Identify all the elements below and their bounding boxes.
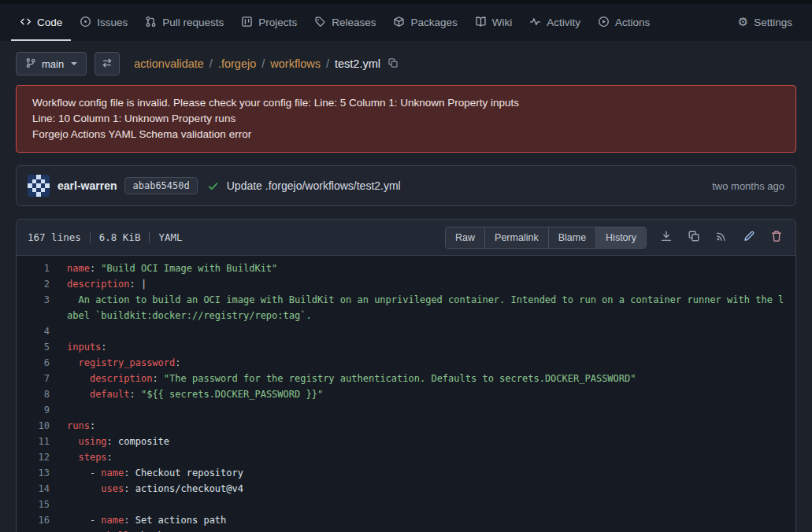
- file-actions: Raw Permalink Blame History: [445, 227, 784, 249]
- file-size: 6.8 KiB: [99, 231, 141, 243]
- line-number[interactable]: 13: [17, 465, 50, 481]
- breadcrumb-repo-link[interactable]: actionvalidate: [134, 57, 204, 70]
- history-button[interactable]: History: [595, 227, 646, 248]
- line-number[interactable]: 3: [17, 292, 50, 323]
- gear-icon: ⚙: [738, 17, 748, 28]
- code-line-content: registry_password:: [50, 355, 795, 371]
- line-number[interactable]: 10: [17, 418, 50, 434]
- tab-activity[interactable]: Activity: [521, 4, 589, 41]
- tab-actions[interactable]: Actions: [589, 4, 658, 41]
- tab-releases[interactable]: Releases: [306, 4, 384, 41]
- code-view: 1name: "Build OCI Image with BuildKit"2d…: [17, 256, 795, 532]
- code-line: 9: [17, 402, 795, 418]
- breadcrumb-dir-link[interactable]: workflows: [270, 57, 321, 70]
- rss-icon: [715, 230, 728, 245]
- code-line: 10runs:: [17, 418, 795, 434]
- tab-label: Issues: [97, 17, 128, 28]
- tab-label: Code: [37, 17, 62, 28]
- edit-file-button[interactable]: [741, 228, 757, 246]
- tab-packages[interactable]: Packages: [384, 4, 465, 41]
- code-line-content: name: "Build OCI Image with BuildKit": [50, 260, 795, 276]
- code-line: 8 default: "${{ secrets.DOCKER_PASSWORD …: [17, 386, 795, 402]
- code-line-content: [50, 323, 795, 339]
- download-icon: [660, 230, 673, 245]
- rss-feed-button[interactable]: [714, 228, 729, 246]
- play-circle-icon: [598, 16, 610, 30]
- file-view-switcher: Raw Permalink Blame History: [445, 227, 647, 249]
- raw-button[interactable]: Raw: [446, 227, 484, 248]
- code-line-content: default: "${{ secrets.DOCKER_PASSWORD }}…: [50, 386, 795, 402]
- copy-content-button[interactable]: [686, 228, 702, 246]
- line-number[interactable]: 16: [17, 512, 50, 528]
- copy-icon: [688, 230, 700, 245]
- chevron-down-icon: [71, 62, 77, 65]
- file-toolbar: main actionvalidate / .forgejo / workflo…: [16, 52, 796, 76]
- code-line: 7 description: "The password for the reg…: [17, 371, 795, 386]
- line-number[interactable]: 1: [17, 260, 50, 276]
- pull-request-icon: [145, 16, 157, 30]
- line-number[interactable]: 4: [17, 323, 50, 339]
- nav-spacer: [658, 4, 729, 41]
- branch-selector[interactable]: main: [16, 52, 87, 76]
- code-line: 2description: |: [17, 276, 795, 292]
- tab-pull-requests[interactable]: Pull requests: [136, 4, 232, 41]
- compare-button[interactable]: [95, 52, 120, 76]
- book-icon: [475, 16, 487, 30]
- commit-status-success-icon[interactable]: [207, 180, 219, 192]
- download-button[interactable]: [658, 228, 674, 246]
- issue-icon: [80, 16, 91, 30]
- code-line-content: using: composite: [50, 434, 795, 449]
- breadcrumb-separator: /: [261, 57, 265, 70]
- line-number[interactable]: 11: [17, 434, 50, 449]
- tab-code[interactable]: Code: [11, 4, 71, 41]
- tab-label: Packages: [410, 17, 457, 28]
- line-number[interactable]: 15: [17, 497, 50, 512]
- blame-button[interactable]: Blame: [548, 227, 595, 248]
- code-line: 4: [17, 323, 795, 339]
- latest-commit-bar: earl-warren abab65450d Update .forgejo/w…: [16, 165, 796, 206]
- avatar[interactable]: [28, 175, 50, 197]
- error-line: Workflow config file is invalid. Please …: [32, 95, 780, 111]
- tab-projects[interactable]: Projects: [232, 4, 306, 41]
- line-number[interactable]: 2: [17, 276, 50, 292]
- line-number[interactable]: 14: [17, 481, 50, 497]
- line-number[interactable]: 17: [17, 528, 50, 532]
- line-number[interactable]: 12: [17, 449, 50, 465]
- code-line-content: - name: Checkout repository: [50, 465, 795, 481]
- copy-path-button[interactable]: [386, 56, 400, 72]
- code-line-content: [50, 402, 795, 418]
- branch-name: main: [42, 58, 64, 70]
- commit-sha[interactable]: abab65450d: [124, 177, 197, 194]
- pencil-icon: [743, 230, 755, 245]
- code-line: 16 - name: Set actions path: [17, 512, 795, 528]
- breadcrumb-separator: /: [209, 57, 213, 70]
- commit-author[interactable]: earl-warren: [57, 179, 117, 192]
- line-number[interactable]: 5: [17, 339, 50, 355]
- breadcrumb-dir-link[interactable]: .forgejo: [218, 57, 256, 70]
- tab-label: Actions: [615, 17, 650, 28]
- error-banner: Workflow config file is invalid. Please …: [16, 85, 796, 153]
- permalink-button[interactable]: Permalink: [484, 227, 548, 248]
- code-line: 11 using: composite: [17, 434, 795, 449]
- tab-label: Releases: [332, 17, 376, 28]
- tab-issues[interactable]: Issues: [71, 4, 136, 41]
- code-icon: [20, 16, 32, 30]
- commit-message[interactable]: Update .forgejo/workflows/test2.yml: [227, 179, 401, 192]
- repo-tab-bar: Code Issues Pull requests Projects Relea…: [0, 4, 812, 41]
- code-line: 13 - name: Checkout repository: [17, 465, 795, 481]
- line-number[interactable]: 8: [17, 386, 50, 402]
- line-number[interactable]: 9: [17, 402, 50, 418]
- delete-file-button[interactable]: [769, 228, 784, 246]
- tab-wiki[interactable]: Wiki: [466, 4, 521, 41]
- tab-label: Settings: [754, 17, 792, 28]
- code-line: 15: [17, 497, 795, 512]
- forgejo-repo-file-page: Code Issues Pull requests Projects Relea…: [0, 0, 812, 532]
- tab-label: Pull requests: [162, 17, 224, 28]
- code-line-content: An action to build an OCI image with Bui…: [50, 292, 795, 323]
- line-number[interactable]: 6: [17, 355, 50, 371]
- code-line: 14 uses: actions/checkout@v4: [17, 481, 795, 497]
- tab-settings[interactable]: ⚙ Settings: [729, 4, 801, 41]
- project-board-icon: [241, 16, 253, 30]
- line-number[interactable]: 7: [17, 371, 50, 386]
- code-line-content: runs:: [50, 418, 795, 434]
